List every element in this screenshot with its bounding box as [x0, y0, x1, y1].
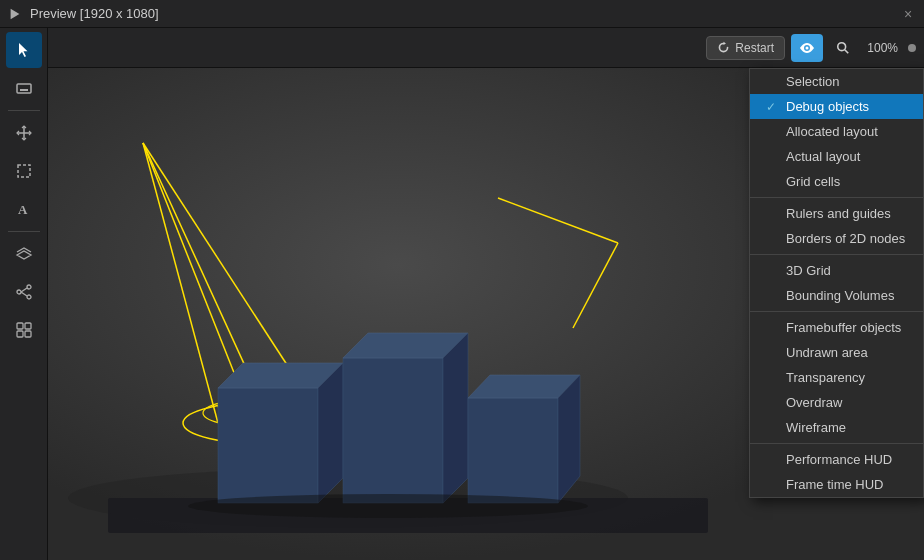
menu-label: 3D Grid: [786, 263, 831, 278]
main-layout: A: [0, 28, 924, 560]
svg-line-19: [845, 49, 849, 53]
zoom-indicator: [908, 44, 916, 52]
menu-label: Framebuffer objects: [786, 320, 901, 335]
menu-label: Frame time HUD: [786, 477, 884, 492]
svg-line-12: [21, 292, 27, 296]
menu-label: Allocated layout: [786, 124, 878, 139]
menu-label: Wireframe: [786, 420, 846, 435]
viewport-bar: Restart 100% Se: [48, 28, 924, 68]
separator-3: [750, 311, 923, 312]
separator-4: [750, 443, 923, 444]
menu-item-transparency[interactable]: Transparency: [750, 365, 923, 390]
left-toolbar: A: [0, 28, 48, 560]
menu-item-undrawn-area[interactable]: Undrawn area: [750, 340, 923, 365]
svg-rect-13: [17, 323, 23, 329]
window-title: Preview [1920 x 1080]: [30, 6, 159, 21]
menu-item-allocated-layout[interactable]: Allocated layout: [750, 119, 923, 144]
svg-rect-16: [25, 331, 31, 337]
menu-label: Debug objects: [786, 99, 869, 114]
select-tool-button[interactable]: [6, 32, 42, 68]
svg-point-18: [838, 42, 846, 50]
svg-line-11: [21, 288, 27, 292]
restart-label: Restart: [735, 41, 774, 55]
menu-label: Grid cells: [786, 174, 840, 189]
svg-text:A: A: [18, 202, 28, 217]
debug-view-button[interactable]: [791, 34, 823, 62]
svg-point-9: [27, 285, 31, 289]
menu-item-overdraw[interactable]: Overdraw: [750, 390, 923, 415]
menu-item-bounding-volumes[interactable]: Bounding Volumes: [750, 283, 923, 308]
debug-dropdown: Selection ✓ Debug objects Allocated layo…: [749, 68, 924, 498]
preview-icon: [8, 7, 22, 21]
connections-tool-button[interactable]: [6, 274, 42, 310]
svg-point-10: [27, 295, 31, 299]
zoom-search-button[interactable]: [829, 34, 857, 62]
viewport: Restart 100% Se: [48, 28, 924, 560]
restart-button[interactable]: Restart: [706, 36, 785, 60]
menu-item-3d-grid[interactable]: 3D Grid: [750, 258, 923, 283]
menu-label: Performance HUD: [786, 452, 892, 467]
separator-1: [750, 197, 923, 198]
svg-point-17: [806, 46, 809, 49]
menu-label: Undrawn area: [786, 345, 868, 360]
menu-item-actual-layout[interactable]: Actual layout: [750, 144, 923, 169]
move-tool-button[interactable]: [6, 115, 42, 151]
svg-marker-37: [443, 333, 468, 503]
check-icon: ✓: [766, 100, 780, 114]
menu-item-wireframe[interactable]: Wireframe: [750, 415, 923, 440]
svg-rect-6: [18, 165, 30, 177]
box-2: [343, 333, 468, 503]
menu-item-framebuffer[interactable]: Framebuffer objects: [750, 315, 923, 340]
menu-item-perf-hud[interactable]: Performance HUD: [750, 447, 923, 472]
group-tool-button[interactable]: [6, 312, 42, 348]
titlebar: Preview [1920 x 1080] ×: [0, 0, 924, 28]
menu-item-frame-time-hud[interactable]: Frame time HUD: [750, 472, 923, 497]
rect-select-tool-button[interactable]: [6, 153, 42, 189]
menu-item-debug-objects[interactable]: ✓ Debug objects: [750, 94, 923, 119]
menu-label: Transparency: [786, 370, 865, 385]
menu-label: Actual layout: [786, 149, 860, 164]
keyboard-tool-button[interactable]: [6, 70, 42, 106]
svg-point-8: [17, 290, 21, 294]
menu-label: Overdraw: [786, 395, 842, 410]
menu-item-selection[interactable]: Selection: [750, 69, 923, 94]
separator-2: [750, 254, 923, 255]
zoom-value: 100%: [863, 41, 898, 55]
svg-rect-1: [17, 84, 31, 93]
svg-rect-15: [17, 331, 23, 337]
svg-rect-38: [468, 398, 558, 503]
svg-marker-0: [11, 8, 20, 19]
svg-rect-35: [343, 358, 443, 503]
menu-label: Bounding Volumes: [786, 288, 894, 303]
svg-rect-32: [218, 388, 318, 503]
svg-rect-14: [25, 323, 31, 329]
svg-point-41: [188, 494, 588, 518]
layers-tool-button[interactable]: [6, 236, 42, 272]
menu-item-borders-2d[interactable]: Borders of 2D nodes: [750, 226, 923, 251]
menu-label: Rulers and guides: [786, 206, 891, 221]
close-button[interactable]: ×: [900, 6, 916, 22]
box-3: [468, 375, 580, 503]
menu-label: Borders of 2D nodes: [786, 231, 905, 246]
menu-label: Selection: [786, 74, 839, 89]
menu-item-rulers-guides[interactable]: Rulers and guides: [750, 201, 923, 226]
menu-item-grid-cells[interactable]: Grid cells: [750, 169, 923, 194]
svg-marker-34: [318, 363, 343, 503]
box-1: [218, 363, 343, 503]
text-tool-button[interactable]: A: [6, 191, 42, 227]
